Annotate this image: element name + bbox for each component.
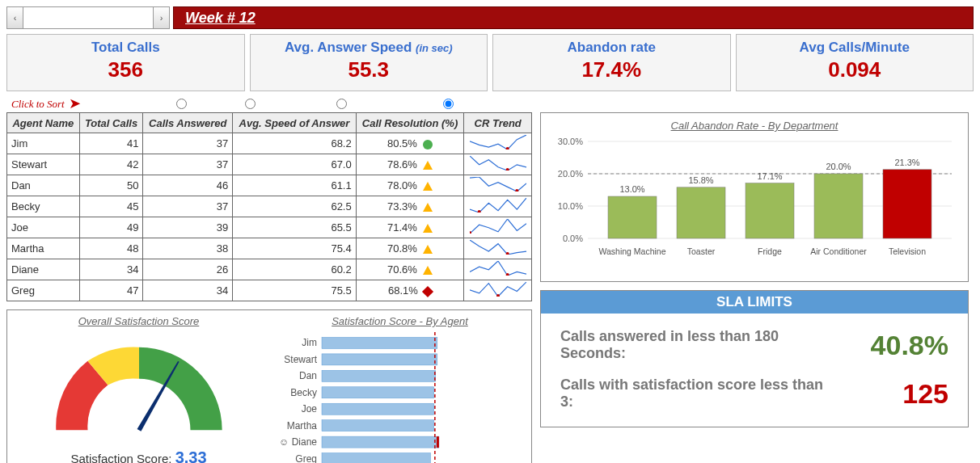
cell-answered: 34 [143, 280, 233, 301]
cell-trend [464, 217, 532, 238]
svg-rect-21 [322, 436, 439, 448]
svg-text:Dan: Dan [299, 370, 317, 381]
col-header: CR Trend [464, 113, 532, 133]
prev-week-button[interactable]: ‹ [7, 7, 23, 28]
cell-speed: 75.4 [233, 238, 357, 259]
kpi-card: Abandon rate 17.4% [492, 34, 731, 91]
table-row: Dan 50 46 61.1 78.0% [7, 175, 532, 196]
table-row: Joe 49 39 65.5 71.4% [7, 217, 532, 238]
kpi-title: Total Calls [11, 40, 241, 56]
svg-text:Television: Television [889, 246, 926, 256]
col-header: Calls Answered [143, 113, 233, 133]
col-header: Agent Name [7, 113, 80, 133]
status-icon [423, 203, 433, 212]
svg-rect-9 [322, 337, 437, 348]
cell-total: 41 [79, 133, 143, 154]
cell-speed: 67.0 [233, 154, 357, 175]
cell-resolution: 73.3% [356, 196, 464, 217]
cell-trend [464, 133, 532, 154]
svg-text:Joe: Joe [302, 403, 318, 415]
sort-radio-total-calls[interactable] [176, 99, 187, 109]
svg-point-4 [470, 231, 471, 234]
sla-text: Calls with satisfaction score less than … [560, 377, 827, 410]
svg-point-1 [505, 168, 509, 170]
sla-text: Calls answered in less than 180 Seconds: [560, 328, 827, 362]
svg-text:Martha: Martha [287, 420, 318, 431]
table-row: Stewart 42 37 67.0 78.6% [7, 154, 532, 175]
cell-trend [464, 259, 532, 280]
svg-rect-55 [746, 183, 794, 238]
cell-total: 47 [79, 280, 143, 301]
cell-resolution: 70.6% [356, 259, 464, 280]
sla-header: SLA LIMITS [541, 291, 968, 314]
cell-answered: 38 [143, 238, 233, 259]
cell-total: 34 [79, 259, 143, 280]
svg-text:Becky: Becky [290, 387, 317, 398]
next-week-button[interactable]: › [153, 7, 169, 28]
svg-rect-13 [322, 370, 436, 381]
dept-chart-title: Call Abandon Rate - By Department [547, 120, 961, 132]
cell-resolution: 80.5% [356, 133, 464, 154]
cell-answered: 37 [143, 133, 233, 154]
status-icon [423, 182, 433, 191]
svg-text:21.3%: 21.3% [894, 158, 919, 167]
status-icon [423, 140, 433, 149]
agent-name: Joe [7, 217, 80, 238]
kpi-value: 0.094 [740, 57, 970, 82]
kpi-card: Total Calls 356 [6, 34, 245, 91]
agent-name: Stewart [7, 154, 80, 175]
svg-text:☺ Diane: ☺ Diane [279, 436, 317, 448]
week-spinner-track [23, 7, 153, 28]
sort-radio-call-resolution[interactable] [443, 99, 454, 109]
sort-radios [154, 99, 505, 109]
cell-total: 50 [79, 175, 143, 196]
svg-rect-24 [322, 453, 430, 463]
cell-total: 48 [79, 238, 143, 259]
cell-total: 45 [79, 196, 143, 217]
satisfaction-by-agent-chart: JimStewartDanBeckyJoeMartha☺ DianeGreg01… [273, 332, 500, 463]
svg-point-2 [515, 189, 518, 192]
sort-radio-calls-answered[interactable] [245, 99, 256, 109]
cell-resolution: 68.1% [356, 280, 464, 301]
svg-rect-15 [322, 387, 434, 398]
table-row: Martha 48 38 75.4 70.8% [7, 238, 532, 259]
score-label: Satisfaction Score: [70, 452, 171, 463]
svg-text:20.0%: 20.0% [826, 162, 851, 171]
svg-text:Fridge: Fridge [758, 246, 782, 256]
cell-answered: 46 [143, 175, 233, 196]
svg-rect-19 [322, 420, 434, 431]
gauge-title: Overall Satisfaction Score [12, 315, 265, 327]
svg-rect-61 [883, 170, 931, 238]
week-label: Week # 12 [185, 10, 256, 27]
col-header: Call Resolution (%) [356, 113, 464, 133]
svg-text:Jim: Jim [302, 337, 317, 348]
svg-text:17.1%: 17.1% [757, 171, 782, 181]
kpi-title: Avg Calls/Minute [740, 40, 970, 56]
agent-name: Diane [7, 259, 80, 280]
sort-radio-avg-speed[interactable] [336, 99, 347, 109]
svg-text:Washing Machine: Washing Machine [598, 246, 665, 256]
cell-speed: 62.5 [233, 196, 357, 217]
cell-total: 42 [79, 154, 143, 175]
cell-speed: 65.5 [233, 217, 357, 238]
kpi-row: Total Calls 356Avg. Answer Speed (in sec… [6, 34, 974, 91]
cell-speed: 75.5 [233, 280, 357, 301]
sla-value: 125 [827, 378, 948, 410]
agent-name: Becky [7, 196, 80, 217]
cell-answered: 37 [143, 196, 233, 217]
cell-trend [464, 175, 532, 196]
cell-trend [464, 238, 532, 259]
svg-rect-22 [437, 436, 439, 448]
agents-table: Agent NameTotal CallsCalls AnsweredAvg. … [6, 112, 532, 301]
svg-text:Stewart: Stewart [284, 354, 317, 365]
week-title-bar: Week # 12 [173, 6, 974, 29]
sla-panel: SLA LIMITS Calls answered in less than 1… [540, 290, 969, 427]
cell-answered: 26 [143, 259, 233, 280]
svg-rect-17 [322, 403, 434, 415]
sla-value: 40.8% [827, 330, 948, 361]
svg-text:13.0%: 13.0% [619, 184, 644, 194]
kpi-title: Abandon rate [496, 40, 727, 56]
cell-trend [464, 280, 532, 301]
sla-row: Calls with satisfaction score less than … [541, 362, 968, 410]
svg-rect-52 [677, 187, 725, 238]
